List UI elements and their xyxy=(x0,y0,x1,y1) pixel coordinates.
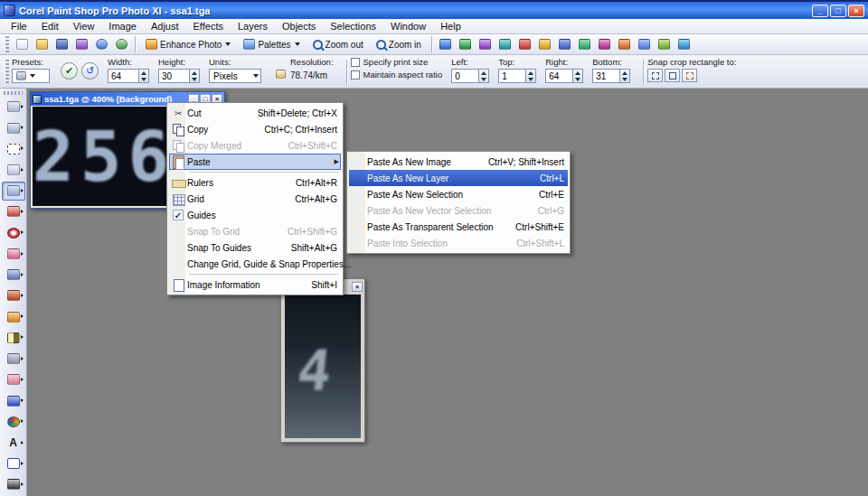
apply-crop-button[interactable]: ✔ xyxy=(61,62,78,80)
left-spinner[interactable]: 0 xyxy=(451,69,489,83)
menu-item-paste-as-new-layer[interactable]: Paste As New Layer Ctrl+L xyxy=(349,170,568,186)
menu-window[interactable]: Window xyxy=(383,20,433,33)
maximize-button[interactable]: □ xyxy=(830,5,846,17)
floating-canvas[interactable]: 4 xyxy=(285,295,361,438)
menu-item-grid[interactable]: Grid Ctrl+Alt+G xyxy=(169,191,341,207)
options-grip[interactable] xyxy=(5,60,9,85)
left-spin-buttons[interactable] xyxy=(478,70,488,82)
move-tool[interactable] xyxy=(2,118,25,137)
lighten-darken-tool[interactable] xyxy=(2,328,25,347)
menu-help[interactable]: Help xyxy=(433,20,468,33)
clear-crop-button[interactable]: ↺ xyxy=(81,62,99,80)
histogram-button[interactable] xyxy=(476,36,495,53)
save-button[interactable] xyxy=(52,36,71,53)
image-grabber-button[interactable] xyxy=(457,36,475,53)
effects-browser-button[interactable] xyxy=(675,36,693,53)
menu-item-change-grid-properties[interactable]: Change Grid, Guide & Snap Properties... xyxy=(169,256,341,272)
top-spin-buttons[interactable] xyxy=(525,70,535,82)
menu-item-paste-as-new-selection[interactable]: Paste As New Selection Ctrl+E xyxy=(349,186,568,202)
menu-item-snap-to-guides[interactable]: Snap To Guides Shift+Alt+G xyxy=(169,239,341,256)
floating-close-button[interactable]: × xyxy=(352,282,363,292)
toolbar-grip[interactable] xyxy=(5,36,9,52)
clone-tool[interactable] xyxy=(2,266,25,285)
menu-item-copy[interactable]: Copy Ctrl+C; Ctrl+Insert xyxy=(169,121,341,137)
open-button[interactable] xyxy=(33,36,51,53)
palettes-button[interactable]: Palettes xyxy=(239,36,304,53)
redo-button[interactable] xyxy=(112,36,130,53)
menu-item-snap-to-grid[interactable]: Snap To Grid Ctrl+Shift+G xyxy=(169,223,341,239)
paint-brush-tool[interactable] xyxy=(2,286,25,305)
selection-tool[interactable] xyxy=(2,139,25,158)
snap-merged-opaque-button[interactable] xyxy=(665,69,680,82)
menu-effects[interactable]: Effects xyxy=(186,20,231,33)
browse-button[interactable] xyxy=(72,36,90,53)
snap-selection-button[interactable] xyxy=(682,69,697,82)
new-file-button[interactable] xyxy=(13,36,31,53)
curves-button[interactable] xyxy=(556,36,574,53)
width-spin-buttons[interactable] xyxy=(138,70,148,82)
color-balance-button[interactable] xyxy=(496,36,514,53)
minimize-button[interactable]: _ xyxy=(812,5,828,17)
menu-layers[interactable]: Layers xyxy=(231,20,275,33)
picture-tube-tool[interactable] xyxy=(2,412,25,431)
units-dropdown[interactable]: Pixels xyxy=(209,69,261,83)
screen-capture-button[interactable] xyxy=(437,36,455,53)
right-spin-buttons[interactable] xyxy=(572,70,582,82)
smudge-tool[interactable] xyxy=(2,349,25,368)
redeye-tool[interactable] xyxy=(2,223,25,242)
bottom-spinner[interactable]: 31 xyxy=(592,69,630,83)
menu-image[interactable]: Image xyxy=(101,20,144,33)
menu-adjust[interactable]: Adjust xyxy=(144,20,186,33)
menu-selections[interactable]: Selections xyxy=(323,20,383,33)
maintain-aspect-row[interactable]: Maintain aspect ratio xyxy=(351,70,443,80)
dropper-tool[interactable] xyxy=(2,160,25,179)
zoom-in-button[interactable]: Zoom in xyxy=(372,36,426,53)
image-window-floating[interactable]: × 4 xyxy=(280,278,365,443)
hue-button[interactable] xyxy=(596,36,614,53)
preset-shape-tool[interactable] xyxy=(2,454,25,473)
close-button[interactable]: × xyxy=(848,5,864,17)
swap-dimensions-button[interactable] xyxy=(271,65,289,82)
menu-objects[interactable]: Objects xyxy=(275,20,323,33)
eraser-tool[interactable] xyxy=(2,370,25,389)
airbrush-tool[interactable] xyxy=(2,307,25,326)
presets-dropdown[interactable] xyxy=(12,69,50,83)
width-spinner[interactable]: 64 xyxy=(108,69,149,83)
menu-item-rulers[interactable]: Rulers Ctrl+Alt+R xyxy=(169,174,341,191)
crop-tool[interactable] xyxy=(2,182,25,201)
specify-print-size-checkbox[interactable] xyxy=(351,58,360,67)
menu-item-paste-as-transparent-selection[interactable]: Paste As Transparent Selection Ctrl+Shif… xyxy=(349,219,568,235)
menu-item-paste-into-selection[interactable]: Paste Into Selection Ctrl+Shift+L xyxy=(349,235,568,251)
right-spinner[interactable]: 64 xyxy=(545,69,583,83)
top-spinner[interactable]: 1 xyxy=(498,69,536,83)
bottom-spin-buttons[interactable] xyxy=(619,70,629,82)
specify-print-size-row[interactable]: Specify print size xyxy=(351,57,443,67)
enhance-photo-button[interactable]: Enhance Photo xyxy=(141,36,235,53)
menu-item-copy-merged[interactable]: Copy Merged Ctrl+Shift+C xyxy=(169,137,341,154)
noise-button[interactable] xyxy=(656,36,674,53)
menu-file[interactable]: File xyxy=(4,20,34,33)
menu-item-image-information[interactable]: Image Information Shift+I xyxy=(169,276,341,293)
zoom-out-button[interactable]: Zoom out xyxy=(308,36,368,53)
height-spinner[interactable]: 30 xyxy=(158,69,200,83)
straighten-tool[interactable] xyxy=(2,202,25,221)
flood-fill-tool[interactable] xyxy=(2,391,25,410)
menu-item-paste[interactable]: Paste ▶ xyxy=(169,154,341,170)
saturation-button[interactable] xyxy=(576,36,594,53)
menu-item-guides[interactable]: ✓ Guides xyxy=(169,207,341,223)
brightness-button[interactable] xyxy=(536,36,554,53)
red-adjust-button[interactable] xyxy=(516,36,534,53)
pen-tool[interactable] xyxy=(2,475,25,494)
menu-view[interactable]: View xyxy=(66,20,102,33)
levels-button[interactable] xyxy=(636,36,654,53)
menu-item-paste-as-new-vector-selection[interactable]: Paste As New Vector Selection Ctrl+G xyxy=(349,202,568,219)
text-tool[interactable]: A xyxy=(2,433,25,452)
tools-grip[interactable] xyxy=(4,91,22,95)
undo-button[interactable] xyxy=(92,36,110,53)
sharpen-button[interactable] xyxy=(616,36,634,53)
makeover-tool[interactable] xyxy=(2,244,25,263)
titlebar[interactable]: Corel Paint Shop Pro Photo XI - ssa1.tga… xyxy=(0,2,868,19)
menu-item-cut[interactable]: ✂ Cut Shift+Delete; Ctrl+X xyxy=(169,105,341,121)
height-spin-buttons[interactable] xyxy=(189,70,199,82)
pan-tool[interactable] xyxy=(2,98,25,117)
